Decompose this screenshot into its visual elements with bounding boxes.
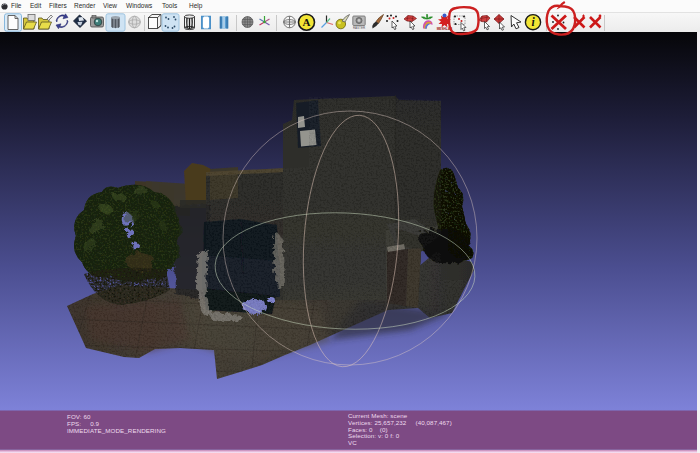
svg-text:RASTER: RASTER bbox=[353, 26, 366, 30]
svg-text:MESHLAB: MESHLAB bbox=[437, 27, 453, 31]
svg-text:A: A bbox=[303, 16, 311, 28]
